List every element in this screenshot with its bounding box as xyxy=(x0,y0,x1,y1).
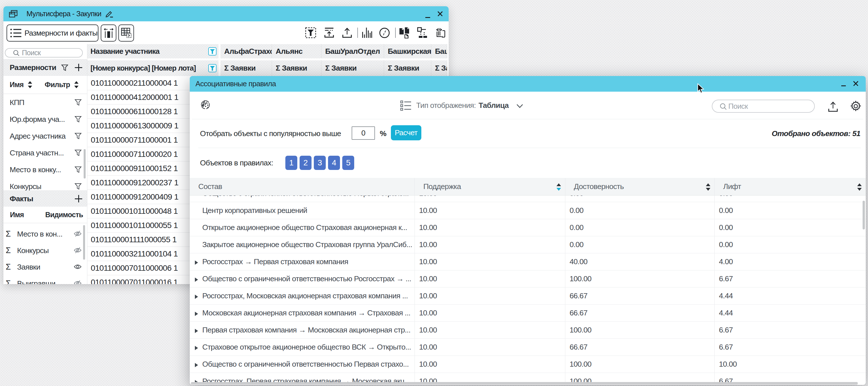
pivot-column-header[interactable]: Башкирская ст xyxy=(384,44,431,58)
display-type-selector[interactable]: Тип отображения: Таблица xyxy=(400,92,523,119)
dimension-item[interactable]: Адрес участника xyxy=(3,128,87,145)
associative-rules-dialog: Ассоциативные правила xyxy=(190,76,866,385)
fact-item[interactable]: Σ Заявки xyxy=(3,259,87,275)
add-fact-button[interactable] xyxy=(75,195,82,202)
pivot-column-header[interactable]: Альянс xyxy=(272,44,321,58)
main-window-titlebar[interactable]: Мультисфера - Закупки xyxy=(3,6,448,21)
pivot-row-header-1[interactable]: Название участника xyxy=(87,44,220,58)
column-header-confidence[interactable]: Достоверность xyxy=(565,178,715,195)
fact-item[interactable]: Σ Выигравши... xyxy=(3,275,87,284)
pivot-measure-cell[interactable]: Σ Заявки xyxy=(321,60,384,76)
rule-count-button[interactable]: 5 xyxy=(342,156,354,170)
copy-documents-icon[interactable] xyxy=(399,21,410,44)
network-globe-icon[interactable] xyxy=(200,100,210,110)
rule-row[interactable]: Страховое открытое акционерное общество … xyxy=(190,339,866,356)
filter-funnel-icon[interactable] xyxy=(74,166,82,173)
dialog-titlebar[interactable]: Ассоциативные правила xyxy=(190,76,866,92)
dialog-close-button[interactable] xyxy=(853,81,858,86)
filter-funnel-icon[interactable] xyxy=(74,183,82,190)
filter-funnel-icon[interactable] xyxy=(74,99,82,106)
rule-cell-support: 10.00 xyxy=(415,254,565,270)
visibility-toggle[interactable] xyxy=(74,246,82,254)
dialog-search-input[interactable]: Поиск xyxy=(712,100,815,113)
rule-cell-composition: Открытое акционерное общество Страховая … xyxy=(190,219,415,236)
popularity-threshold-input[interactable]: 0 xyxy=(352,126,375,140)
pivot-measure-cell[interactable]: Σ Заявки xyxy=(272,60,321,76)
participant-filter-button[interactable] xyxy=(208,47,217,56)
eye-slash-icon xyxy=(74,230,82,237)
table-view-button[interactable] xyxy=(118,25,134,41)
facts-section-header[interactable]: Факты xyxy=(3,190,87,207)
column-header-composition[interactable]: Состав xyxy=(190,178,415,195)
rule-row[interactable]: Центр корпоративных решений 10.00 0.00 0… xyxy=(190,202,866,219)
sidebar-search-input[interactable]: Поиск xyxy=(5,48,83,58)
rule-count-button[interactable]: 2 xyxy=(300,156,312,170)
calculate-button[interactable]: Расчет xyxy=(391,125,421,140)
dialog-minimize-button[interactable] xyxy=(841,83,846,88)
sort-by-filter[interactable]: Фильтр xyxy=(45,76,79,94)
rule-row[interactable]: Росгосстрах, Московская акционерная стра… xyxy=(190,288,866,305)
edit-title-icon[interactable] xyxy=(105,10,114,18)
filter-selection-icon[interactable] xyxy=(305,21,316,44)
column-header-lift[interactable]: Лифт xyxy=(715,178,866,195)
compass-icon[interactable] xyxy=(379,21,390,44)
rule-row[interactable]: Московская акционерная страховая компани… xyxy=(190,305,866,322)
rule-row[interactable]: Закрытое акционерное общество Страховая … xyxy=(190,236,866,254)
pivot-column-header[interactable]: БашУралОтдел xyxy=(321,44,384,58)
rule-row[interactable]: Общество с ограниченной ответственностью… xyxy=(190,356,866,373)
add-dimension-button[interactable] xyxy=(75,64,82,71)
dialog-horizontal-scrollbar[interactable] xyxy=(191,382,858,385)
dimension-item[interactable]: Страна участн... xyxy=(3,145,87,161)
dimensions-scrollbar[interactable] xyxy=(84,149,86,178)
expand-arrow-icon xyxy=(195,294,198,299)
pivot-row-header-2[interactable]: [Номер конкурса] [Номер лота] xyxy=(87,60,220,76)
dialog-vertical-scrollbar[interactable] xyxy=(863,201,865,230)
pivot-measure-cell[interactable]: Σ Заявки xyxy=(220,60,272,76)
rule-cell-lift: 10.00 xyxy=(715,356,866,373)
visibility-toggle[interactable] xyxy=(74,279,82,284)
rule-cell-lift: 0.00 xyxy=(715,196,866,202)
dimension-item[interactable]: Место в конку... xyxy=(3,161,87,178)
column-header-support[interactable]: Поддержка xyxy=(415,178,565,195)
minimize-button[interactable] xyxy=(425,13,430,18)
dimension-item[interactable]: КПП xyxy=(3,94,87,111)
visibility-toggle[interactable] xyxy=(74,263,82,270)
pivot-column-header[interactable]: АльфаСтрахова xyxy=(220,44,272,58)
bar-chart-icon[interactable] xyxy=(362,21,372,44)
facts-scrollbar[interactable] xyxy=(83,225,85,260)
sort-by-name[interactable]: Имя xyxy=(10,76,32,94)
rule-count-button[interactable]: 4 xyxy=(328,156,340,170)
export-icon[interactable] xyxy=(828,101,838,113)
rule-row[interactable]: Открытое акционерное общество Страховая … xyxy=(190,219,866,236)
dimensions-section-title: Размерности xyxy=(10,59,56,76)
filter-funnel-icon[interactable] xyxy=(74,132,82,140)
rule-row[interactable]: Общество с ограниченной ответственностью… xyxy=(190,196,866,202)
rule-row[interactable]: Общество с ограниченной ответственностью… xyxy=(190,270,866,288)
import-upload-icon[interactable] xyxy=(324,21,334,44)
filter-funnel-icon[interactable] xyxy=(74,116,82,123)
dimensions-section-header[interactable]: Размерности xyxy=(3,59,87,76)
dimension-item[interactable]: Конкурсы xyxy=(3,178,87,190)
rule-row[interactable]: Росгосстрах, Первая страховая компания →… xyxy=(190,373,866,383)
rule-count-button[interactable]: 1 xyxy=(285,156,297,170)
gear-icon[interactable] xyxy=(850,100,862,112)
dimensions-filter-icon[interactable] xyxy=(61,64,68,71)
rule-count-button[interactable]: 3 xyxy=(314,156,326,170)
hierarchy-icon[interactable] xyxy=(417,21,427,44)
rule-row[interactable]: Росгосстрах → Первая страховая компания … xyxy=(190,254,866,270)
filter-funnel-icon[interactable] xyxy=(74,149,82,156)
pivot-measure-cell[interactable]: Σ Заявки xyxy=(431,60,447,76)
rule-row[interactable]: Первая страховая компания → Московская а… xyxy=(190,322,866,339)
pivot-measure-cell[interactable]: Σ Заявки xyxy=(384,60,431,76)
close-button[interactable] xyxy=(438,11,443,17)
export-icon[interactable] xyxy=(342,21,352,44)
fact-item[interactable]: Σ Место в кон... xyxy=(3,226,87,242)
column-width-button[interactable] xyxy=(101,25,116,41)
visibility-toggle[interactable] xyxy=(74,230,82,237)
dimensions-facts-button[interactable]: Размерности и факты xyxy=(6,25,98,41)
view-data-icon[interactable] xyxy=(435,21,446,44)
fact-item[interactable]: Σ Конкурсы xyxy=(3,242,87,259)
lot-filter-button[interactable] xyxy=(208,64,217,72)
pivot-column-header[interactable]: Баш xyxy=(431,44,447,58)
dimension-item[interactable]: Юр.форма уча... xyxy=(3,111,87,128)
